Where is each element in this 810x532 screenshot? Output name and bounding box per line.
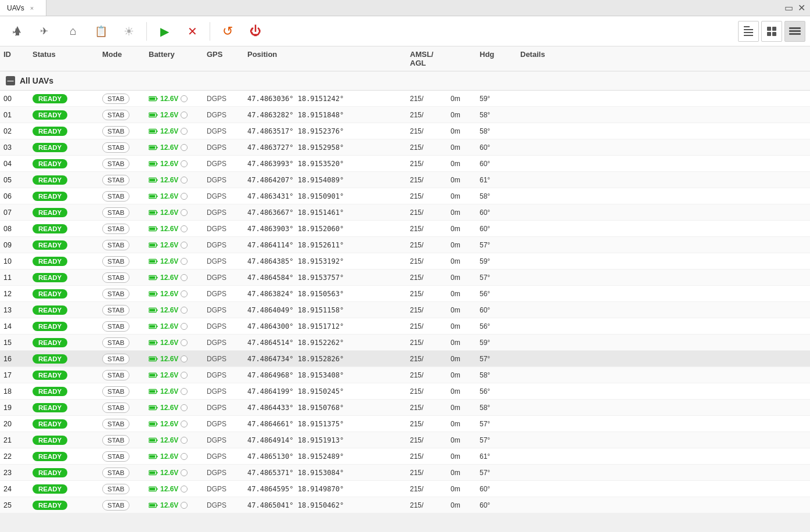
cell-hdg: 57° (476, 241, 517, 249)
cell-mode: STAB (99, 110, 145, 120)
cell-hdg: 58° (476, 127, 517, 135)
table-row[interactable]: 00 READY STAB 12.6V DGPS 47.4863036° 18.… (0, 91, 810, 107)
cell-agl: 0m (447, 322, 476, 330)
cell-gps: DGPS (203, 322, 244, 330)
play-button[interactable]: ▶ (152, 19, 177, 44)
land-button[interactable]: ✈ (33, 19, 58, 44)
cell-battery: 12.6V (145, 257, 203, 265)
light-button[interactable]: ☀ (116, 19, 142, 44)
table-row[interactable]: 25 READY STAB 12.6V DGPS 47.4865041° 18.… (0, 497, 810, 513)
cell-position: 47.4863667° 18.9151461° (244, 209, 406, 217)
cell-mode: STAB (99, 289, 145, 299)
battery-icon (149, 112, 158, 118)
cell-position: 47.4864734° 18.9152826° (244, 355, 406, 363)
col-agl (447, 50, 476, 67)
table-row[interactable]: 10 READY STAB 12.6V DGPS 47.4864385° 18.… (0, 253, 810, 269)
cell-amsl: 215/ (406, 469, 447, 477)
battery-icon (149, 323, 158, 329)
cell-agl: 0m (447, 355, 476, 363)
cell-gps: DGPS (203, 95, 244, 103)
power-button[interactable]: ⏻ (243, 19, 268, 44)
cell-id: 23 (0, 469, 29, 477)
gps-signal-dot (181, 420, 188, 427)
close-window-button[interactable]: ✕ (798, 2, 805, 13)
cell-amsl: 215/ (406, 452, 447, 461)
table-row[interactable]: 04 READY STAB 12.6V DGPS 47.4863993° 18.… (0, 156, 810, 172)
cell-agl: 0m (447, 469, 476, 477)
cell-hdg: 60° (476, 209, 517, 217)
cell-gps: DGPS (203, 290, 244, 298)
gps-signal-dot (181, 112, 188, 118)
table-row[interactable]: 22 READY STAB 12.6V DGPS 47.4865130° 18.… (0, 448, 810, 465)
battery-icon (149, 275, 158, 281)
cell-amsl: 215/ (406, 241, 447, 249)
table-row[interactable]: 17 READY STAB 12.6V DGPS 47.4864968° 18.… (0, 367, 810, 383)
cell-position: 47.4863824° 18.9150563° (244, 290, 406, 298)
table-row[interactable]: 23 READY STAB 12.6V DGPS 47.4865371° 18.… (0, 465, 810, 481)
table-row[interactable]: 08 READY STAB 12.6V DGPS 47.4863903° 18.… (0, 221, 810, 237)
battery-icon (149, 405, 158, 411)
cell-id: 06 (0, 192, 29, 200)
tab-close-button[interactable]: × (30, 5, 34, 12)
table-row[interactable]: 03 READY STAB 12.6V DGPS 47.4863727° 18.… (0, 139, 810, 156)
battery-icon (149, 226, 158, 232)
takeoff-button[interactable]: ✈ (5, 19, 30, 44)
list-view-button[interactable] (784, 21, 805, 42)
cell-hdg: 57° (476, 469, 517, 477)
stop-button[interactable]: ✕ (179, 19, 205, 44)
col-amsl: AMSL/ AGL (406, 50, 447, 67)
cell-mode: STAB (99, 321, 145, 332)
battery-icon (149, 128, 158, 134)
col-position: Position (244, 50, 406, 67)
table-row[interactable]: 13 READY STAB 12.6V DGPS 47.4864049° 18.… (0, 302, 810, 318)
table-row[interactable]: 11 READY STAB 12.6V DGPS 47.4864584° 18.… (0, 269, 810, 286)
cell-gps: DGPS (203, 452, 244, 461)
cell-hdg: 57° (476, 420, 517, 428)
cell-hdg: 59° (476, 95, 517, 103)
home-button[interactable]: ⌂ (60, 19, 86, 44)
grid-view-button[interactable] (761, 21, 782, 42)
table-row[interactable]: 02 READY STAB 12.6V DGPS 47.4863517° 18.… (0, 123, 810, 139)
table-row[interactable]: 15 READY STAB 12.6V DGPS 47.4864514° 18.… (0, 335, 810, 351)
table-row[interactable]: 24 READY STAB 12.6V DGPS 47.4864595° 18.… (0, 481, 810, 497)
cell-status: READY (29, 419, 99, 429)
cell-gps: DGPS (203, 436, 244, 444)
battery-icon (149, 96, 158, 102)
cell-mode: STAB (99, 370, 145, 380)
cell-gps: DGPS (203, 225, 244, 233)
table-row[interactable]: 06 READY STAB 12.6V DGPS 47.4863431° 18.… (0, 188, 810, 204)
cell-id: 24 (0, 485, 29, 493)
table-row[interactable]: 16 READY STAB 12.6V DGPS 47.4864734° 18.… (0, 351, 810, 367)
cell-status: READY (29, 224, 99, 233)
group-header-all-uavs: — All UAVs (0, 71, 810, 91)
gps-signal-dot (181, 437, 188, 444)
cell-status: READY (29, 192, 99, 201)
cell-battery: 12.6V (145, 322, 203, 330)
table-row[interactable]: 05 READY STAB 12.6V DGPS 47.4864207° 18.… (0, 172, 810, 188)
cell-hdg: 60° (476, 225, 517, 233)
table-row[interactable]: 07 READY STAB 12.6V DGPS 47.4863667° 18.… (0, 204, 810, 221)
refresh-button[interactable]: ↺ (215, 19, 240, 44)
cell-battery: 12.6V (145, 95, 203, 103)
table-row[interactable]: 21 READY STAB 12.6V DGPS 47.4864914° 18.… (0, 432, 810, 448)
table-row[interactable]: 18 READY STAB 12.6V DGPS 47.4864199° 18.… (0, 383, 810, 400)
cell-agl: 0m (447, 257, 476, 265)
list-density-button[interactable] (738, 21, 759, 42)
table-row[interactable]: 14 READY STAB 12.6V DGPS 47.4864300° 18.… (0, 318, 810, 335)
table-row[interactable]: 12 READY STAB 12.6V DGPS 47.4863824° 18.… (0, 286, 810, 302)
cell-agl: 0m (447, 225, 476, 233)
mission-button[interactable]: 📋 (88, 19, 114, 44)
uavs-tab[interactable]: UAVs × (0, 0, 46, 16)
col-id: ID (0, 50, 29, 67)
svg-rect-22 (149, 195, 155, 197)
refresh-icon: ↺ (222, 24, 233, 39)
table-row[interactable]: 01 READY STAB 12.6V DGPS 47.4863282° 18.… (0, 107, 810, 123)
svg-rect-67 (149, 438, 155, 441)
table-row[interactable]: 09 READY STAB 12.6V DGPS 47.4864114° 18.… (0, 237, 810, 253)
table-row[interactable]: 19 READY STAB 12.6V DGPS 47.4864433° 18.… (0, 400, 810, 416)
battery-icon (149, 389, 158, 394)
group-collapse-button[interactable]: — (6, 76, 15, 85)
restore-button[interactable]: ▭ (784, 2, 793, 13)
table-row[interactable]: 20 READY STAB 12.6V DGPS 47.4864661° 18.… (0, 416, 810, 432)
cell-gps: DGPS (203, 404, 244, 412)
